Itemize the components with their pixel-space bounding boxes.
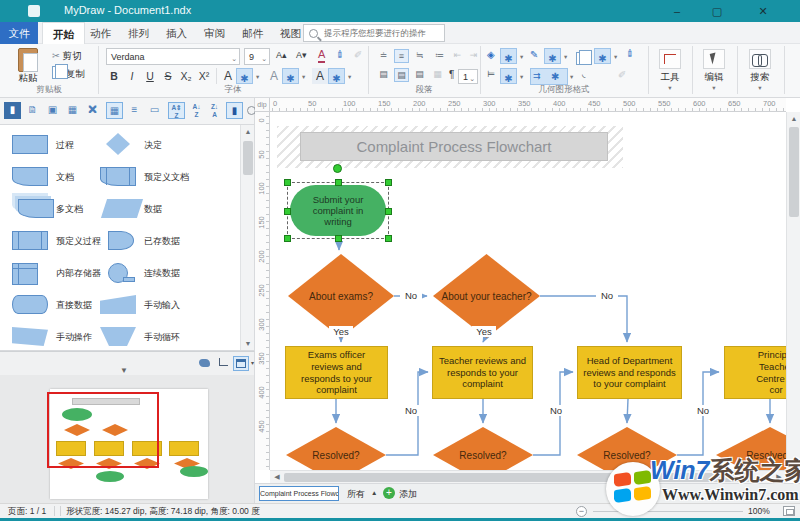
tools-button[interactable]: 工具 ▾ xyxy=(650,49,690,92)
shadow-icon[interactable] xyxy=(576,52,587,65)
tab-insert[interactable]: 插入 xyxy=(156,22,197,44)
align-right-button[interactable]: ▤ xyxy=(412,68,427,82)
rotation-handle[interactable] xyxy=(333,164,342,173)
frame-view-icon[interactable]: ▭ xyxy=(146,102,163,119)
flowchart-title-block[interactable]: Complaint Process Flowchart xyxy=(277,126,623,168)
no-label[interactable]: No xyxy=(400,405,422,416)
no-label[interactable]: No xyxy=(596,290,618,301)
drawing-canvas[interactable]: Complaint Process Flowchart Submit your … xyxy=(270,112,786,470)
chevron-down-icon[interactable]: ▾ xyxy=(520,53,523,61)
sort-za-icon[interactable]: Z↓A xyxy=(206,102,223,119)
preview-3d-icon[interactable] xyxy=(196,356,212,371)
bookmark-icon[interactable]: ▮ xyxy=(226,102,243,119)
yes-label[interactable]: Yes xyxy=(472,326,496,337)
align-middle-button[interactable]: ≡ xyxy=(394,49,409,63)
page-tab-active[interactable]: Complaint Process Flowchart xyxy=(259,486,339,501)
library-item-predefined-document[interactable]: 预定义文档 xyxy=(100,165,230,193)
library-item-decision[interactable]: 决定 xyxy=(100,133,205,161)
yes-label[interactable]: Yes xyxy=(329,326,353,337)
library-book-icon[interactable]: ▮ xyxy=(4,102,21,119)
sort-az-both-icon[interactable]: A⇕Z xyxy=(168,102,185,119)
pilcrow-button[interactable]: ¶ xyxy=(449,69,454,80)
no-label[interactable]: No xyxy=(400,290,422,301)
bold-button[interactable]: B xyxy=(106,68,122,84)
horizontal-scrollbar[interactable]: ◀ ▶ xyxy=(270,470,786,483)
page-filter[interactable]: 所有 xyxy=(347,488,365,501)
chevron-down-icon[interactable]: ▾ xyxy=(302,73,305,81)
flowchart-title[interactable]: Complaint Process Flowchart xyxy=(300,132,608,161)
process-node-teacher[interactable]: Teacher reviews and responds to your com… xyxy=(432,346,533,399)
close-library-icon[interactable]: 🗙 xyxy=(84,102,101,119)
cut-button[interactable]: ✂ 剪切 xyxy=(52,50,82,63)
org-view-icon[interactable] xyxy=(233,356,249,371)
tab-actions[interactable]: 动作 xyxy=(80,22,121,44)
zoom-slider[interactable] xyxy=(593,511,743,512)
file-menu-button[interactable]: 文件 xyxy=(0,22,38,44)
fill-icon[interactable]: ◈ xyxy=(487,49,495,60)
tab-home[interactable]: 开始 xyxy=(42,22,85,44)
font-family-combo[interactable]: Verdana ⌄ xyxy=(106,48,240,65)
process-node-head-of-department[interactable]: Head of Department reviews and responds … xyxy=(577,346,682,399)
edit-button[interactable]: 编辑 ▾ xyxy=(694,49,734,92)
font-color-button[interactable]: A xyxy=(318,48,325,63)
chevron-down-icon[interactable]: ▾ xyxy=(564,53,567,61)
align-left-button[interactable]: ▤ xyxy=(376,68,391,82)
maximize-button[interactable]: ▢ xyxy=(700,0,734,22)
scroll-up-icon[interactable]: ▲ xyxy=(787,112,800,125)
search-input[interactable] xyxy=(324,26,442,40)
close-button[interactable]: ✕ xyxy=(746,0,780,22)
scroll-left-icon[interactable]: ◀ xyxy=(270,471,284,483)
scroll-up-icon[interactable]: ▲ xyxy=(241,125,255,138)
add-page-label[interactable]: 添加 xyxy=(399,488,417,501)
tell-me-search-box[interactable] xyxy=(303,24,445,42)
save-library-icon[interactable]: ▦ xyxy=(64,102,81,119)
library-item-manual-loop[interactable]: 手动循环 xyxy=(100,325,205,353)
scrollbar-thumb[interactable] xyxy=(243,141,253,175)
panel-collapse-icon[interactable]: ▼ xyxy=(120,366,128,375)
line-spacing-combo[interactable]: 1 ⌄ xyxy=(458,69,478,84)
chevron-down-icon[interactable]: ▾ xyxy=(256,73,259,81)
scrollbar-thumb[interactable] xyxy=(284,473,754,482)
text-effects-settings-button[interactable]: ✱ xyxy=(328,68,345,84)
chevron-down-icon[interactable]: ▾ xyxy=(614,53,617,61)
stroke-icon[interactable]: ✎ xyxy=(530,49,538,60)
zoom-out-icon[interactable]: − xyxy=(576,506,587,517)
library-scrollbar[interactable]: ▲ ▼ xyxy=(240,125,254,350)
shrink-font-button[interactable]: A▾ xyxy=(296,50,307,60)
arrow-caps-settings-button[interactable]: ✱ xyxy=(500,68,517,84)
superscript-button[interactable]: X² xyxy=(196,68,212,84)
shadow-settings-button[interactable]: ✱ xyxy=(594,48,611,64)
vertical-scrollbar[interactable]: ▲ ⌄ xyxy=(786,112,800,470)
process-node-principal[interactable]: Principal Teacher Centre re cor xyxy=(724,346,786,399)
subscript-button[interactable]: X₂ xyxy=(178,68,194,84)
tab-arrange[interactable]: 排列 xyxy=(118,22,159,44)
underline-button[interactable]: U xyxy=(142,68,158,84)
align-top-button[interactable]: ≐ xyxy=(376,49,391,63)
no-label[interactable]: No xyxy=(692,405,714,416)
eyedropper-icon[interactable]: ✐ xyxy=(333,48,347,62)
library-item-data[interactable]: 数据 xyxy=(100,197,205,225)
grid-view-icon[interactable]: ▦ xyxy=(106,102,123,119)
eyedropper-icon[interactable]: ✐ xyxy=(623,47,637,61)
scroll-down-icon[interactable]: ⌄ xyxy=(787,457,800,470)
new-library-icon[interactable]: 🗎 xyxy=(24,102,41,119)
sort-az-icon[interactable]: A↓Z xyxy=(188,102,205,119)
font-size-combo[interactable]: 9 ⌄ xyxy=(244,48,270,65)
viewport-rectangle[interactable] xyxy=(47,392,159,468)
corner-rounding-icon[interactable]: ◟ xyxy=(582,69,586,79)
fill-settings-button[interactable]: ✱ xyxy=(500,48,517,64)
arrow-caps-icon[interactable]: ⊨ xyxy=(487,69,495,79)
scroll-right-icon[interactable]: ▶ xyxy=(772,471,786,483)
list-button[interactable]: ≔ xyxy=(432,49,447,63)
italic-button[interactable]: I xyxy=(124,68,140,84)
fit-page-button[interactable] xyxy=(783,506,795,516)
caret-up-icon[interactable]: ▲ xyxy=(371,489,377,496)
align-bottom-button[interactable]: ≒ xyxy=(412,49,427,63)
library-item-stored-data[interactable]: 已存数据 xyxy=(100,229,205,257)
paste-button[interactable]: 粘贴 xyxy=(10,48,46,85)
connector-mode-icon[interactable] xyxy=(215,356,231,371)
chevron-down-icon[interactable]: ▾ xyxy=(348,73,351,81)
minimize-button[interactable]: – xyxy=(660,0,694,22)
align-center-button[interactable]: ▤ xyxy=(394,68,409,82)
stroke-settings-button[interactable]: ✱ xyxy=(544,48,561,64)
